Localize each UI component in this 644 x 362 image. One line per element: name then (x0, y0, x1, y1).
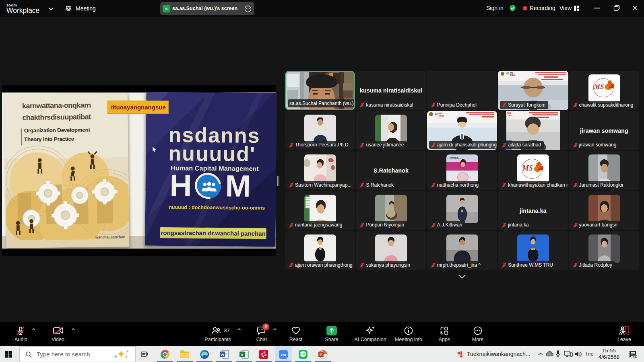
svg-text:W: W (221, 352, 224, 357)
svg-text:X: X (241, 352, 244, 357)
svg-text:LINE: LINE (300, 353, 306, 356)
svg-text:zm: zm (281, 353, 286, 357)
svg-text:P: P (320, 352, 322, 357)
svg-text:3: 3 (634, 355, 636, 358)
